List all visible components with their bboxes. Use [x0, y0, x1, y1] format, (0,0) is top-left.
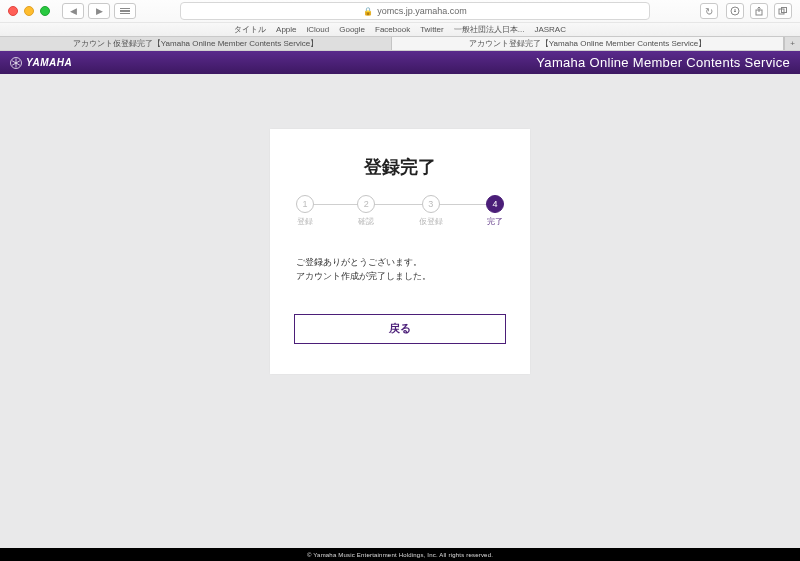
page-body: YAMAHA Yamaha Online Member Contents Ser…: [0, 51, 800, 561]
window-controls: [8, 6, 50, 16]
sidebar-toggle-button[interactable]: [114, 3, 136, 19]
bookmark-item[interactable]: Twitter: [420, 25, 444, 34]
step-label: 確認: [358, 216, 374, 227]
bookmarks-bar: タイトル Apple iCloud Google Facebook Twitte…: [0, 22, 800, 36]
yamaha-logo-icon: [10, 57, 22, 69]
url-text: yomcs.jp.yamaha.com: [377, 6, 467, 16]
bookmark-item[interactable]: iCloud: [307, 25, 330, 34]
step-confirm: 2 確認: [357, 195, 375, 227]
back-button[interactable]: 戻る: [294, 314, 506, 344]
copyright-text: © Yamaha Music Entertainment Holdings, I…: [307, 552, 493, 558]
reader-button[interactable]: ↻: [700, 3, 718, 19]
browser-tab[interactable]: アカウント登録完了【Yamaha Online Member Contents …: [392, 37, 784, 50]
step-label: 登録: [297, 216, 313, 227]
site-header: YAMAHA Yamaha Online Member Contents Ser…: [0, 51, 800, 74]
message-line: ご登録ありがとうございます。: [296, 255, 504, 269]
step-register: 1 登録: [296, 195, 314, 227]
lock-icon: 🔒: [363, 7, 373, 16]
step-circle: 4: [486, 195, 504, 213]
back-button[interactable]: ◀: [62, 3, 84, 19]
tabs-button[interactable]: [774, 3, 792, 19]
step-circle: 2: [357, 195, 375, 213]
yamaha-logo[interactable]: YAMAHA: [10, 57, 72, 69]
step-circle: 1: [296, 195, 314, 213]
bookmark-item[interactable]: Facebook: [375, 25, 410, 34]
site-footer: © Yamaha Music Entertainment Holdings, I…: [0, 548, 800, 561]
message-line: アカウント作成が完了しました。: [296, 269, 504, 283]
content-area: 登録完了 1 登録 2 確認 3 仮登録 4 完了: [0, 74, 800, 548]
step-label: 完了: [487, 216, 503, 227]
nav-buttons: ◀ ▶: [62, 3, 110, 19]
tabs-row: アカウント仮登録完了【Yamaha Online Member Contents…: [0, 36, 800, 50]
minimize-window-button[interactable]: [24, 6, 34, 16]
step-circle: 3: [422, 195, 440, 213]
step-provisional: 3 仮登録: [419, 195, 443, 227]
service-title: Yamaha Online Member Contents Service: [536, 55, 790, 70]
step-complete: 4 完了: [486, 195, 504, 227]
address-bar-wrap: 🔒 yomcs.jp.yamaha.com: [136, 2, 694, 20]
yamaha-logo-text: YAMAHA: [26, 57, 72, 68]
maximize-window-button[interactable]: [40, 6, 50, 16]
bookmark-item[interactable]: タイトル: [234, 24, 266, 35]
browser-tab[interactable]: アカウント仮登録完了【Yamaha Online Member Contents…: [0, 37, 392, 50]
bookmark-item[interactable]: 一般社団法人日本...: [454, 24, 525, 35]
card-title: 登録完了: [294, 155, 506, 179]
close-window-button[interactable]: [8, 6, 18, 16]
forward-button[interactable]: ▶: [88, 3, 110, 19]
completion-message: ご登録ありがとうございます。 アカウント作成が完了しました。: [294, 255, 506, 284]
bookmark-item[interactable]: Google: [339, 25, 365, 34]
step-label: 仮登録: [419, 216, 443, 227]
bookmark-item[interactable]: JASRAC: [534, 25, 566, 34]
browser-chrome: ◀ ▶ 🔒 yomcs.jp.yamaha.com ↻ タイトル Apple i…: [0, 0, 800, 51]
downloads-button[interactable]: [726, 3, 744, 19]
right-toolbar: [726, 3, 792, 19]
browser-titlebar: ◀ ▶ 🔒 yomcs.jp.yamaha.com ↻: [0, 0, 800, 22]
registration-card: 登録完了 1 登録 2 確認 3 仮登録 4 完了: [270, 129, 530, 374]
share-button[interactable]: [750, 3, 768, 19]
address-bar[interactable]: 🔒 yomcs.jp.yamaha.com: [180, 2, 650, 20]
new-tab-button[interactable]: +: [784, 37, 800, 50]
bookmark-item[interactable]: Apple: [276, 25, 296, 34]
progress-steps: 1 登録 2 確認 3 仮登録 4 完了: [296, 195, 504, 227]
